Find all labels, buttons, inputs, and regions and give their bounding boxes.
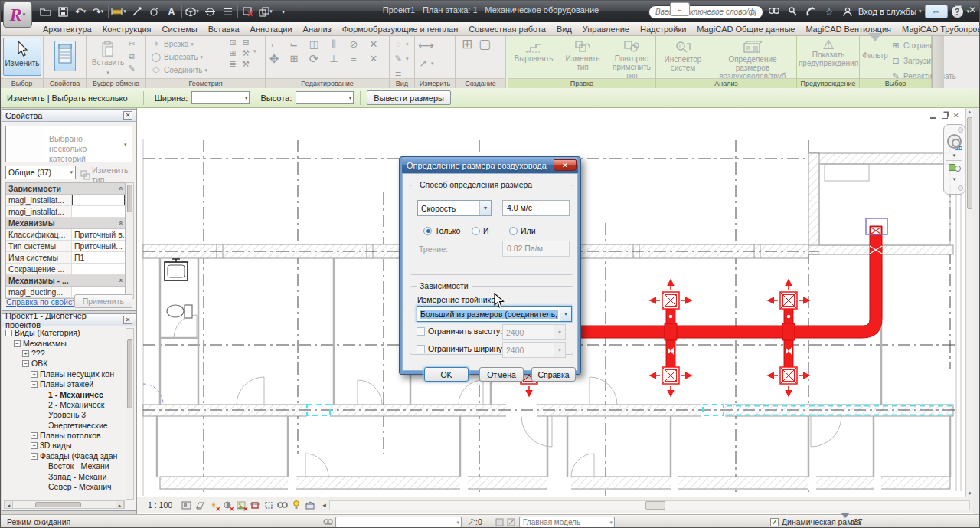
tree-item[interactable]: −ОВК: [4, 359, 125, 369]
favorites-icon[interactable]: ☆: [822, 4, 837, 19]
sign-in-menu[interactable]: Вход в службы▾: [858, 7, 922, 16]
create-similar-icon[interactable]: ▢: [479, 39, 489, 49]
tab-magicad-piping[interactable]: MagiCAD Трубопроводы: [897, 24, 980, 34]
temporary-hide-isolate-icon[interactable]: [276, 500, 289, 511]
section-row[interactable]: Зависимости«: [6, 183, 125, 195]
zoom-tool-icon[interactable]: [949, 162, 961, 175]
pin-icon[interactable]: ✕: [368, 39, 379, 49]
property-row[interactable]: Сокращение ...: [6, 264, 125, 275]
panel-label[interactable]: Буфер обмена: [87, 78, 145, 88]
tees-combo[interactable]: Больший из размеров (соединитель, рас▼: [416, 306, 572, 322]
view-linework-icon[interactable]: ✎▾: [393, 52, 409, 65]
show-crop-region-icon[interactable]: [263, 500, 275, 511]
crop-view-icon[interactable]: [249, 500, 261, 511]
air-terminal[interactable]: [768, 280, 809, 309]
mirror-axis-icon[interactable]: ⫼: [328, 39, 339, 49]
offset-icon[interactable]: ⌙: [289, 39, 299, 49]
tab-magicad-common[interactable]: MagiCAD Общие данные: [691, 24, 800, 34]
dialog-close-button[interactable]: ✕: [554, 159, 577, 171]
tab-manage[interactable]: Управление: [577, 24, 635, 34]
redo-icon[interactable]: ↷▾: [90, 4, 106, 19]
sink-fixture[interactable]: [165, 259, 188, 280]
section-row[interactable]: Механизмы - ...«: [6, 275, 125, 287]
copy-element-icon[interactable]: ⊞: [289, 54, 299, 64]
delete-icon[interactable]: ✕: [368, 54, 379, 64]
panel-label[interactable]: Измерить: [415, 78, 455, 88]
dialog-title-bar[interactable]: Определение размера воздуховода ✕: [402, 157, 578, 173]
view-lightbulb-icon[interactable]: ◌▾: [393, 38, 409, 51]
tab-massing-site[interactable]: Формообразующие и генплан: [337, 24, 464, 34]
tree-item[interactable]: +3D виды: [4, 441, 125, 451]
tree-item[interactable]: Уровень 3: [4, 410, 125, 420]
tree-item[interactable]: Запад - Механи: [4, 471, 125, 481]
type-selector[interactable]: Выбрано несколько категорий ▾: [5, 126, 132, 162]
properties-palette-header[interactable]: Свойства ✕: [2, 110, 136, 122]
align-icon[interactable]: ⌐: [269, 39, 279, 49]
show-warnings-button[interactable]: ⚠ Показать предупреждения: [800, 38, 857, 67]
scroll-left-icon[interactable]: ◂: [322, 501, 326, 509]
design-option-combo[interactable]: Главная модель▾: [519, 517, 615, 528]
browser-hscrollbar[interactable]: ◂ ▸: [4, 500, 125, 509]
supply-duct-main[interactable]: [566, 218, 887, 338]
tab-insert[interactable]: Вставка: [203, 24, 245, 34]
view-scale[interactable]: 1 : 100: [148, 500, 172, 510]
tab-systems[interactable]: Системы: [157, 24, 203, 34]
create-group-icon[interactable]: ⊞: [462, 39, 472, 49]
match-properties-icon[interactable]: ✎: [126, 64, 137, 74]
application-menu-button[interactable]: R▾: [3, 2, 32, 28]
panel-label[interactable]: Редактирование: [266, 78, 389, 88]
canvas-hscrollbar[interactable]: [329, 500, 970, 510]
method-combo[interactable]: Скорость▼: [417, 200, 492, 216]
panel-label[interactable]: Анализ: [656, 78, 796, 88]
tab-collaborate[interactable]: Совместная работа: [463, 24, 551, 34]
undo-icon[interactable]: ↶▾: [73, 4, 88, 19]
detail-level-icon[interactable]: [180, 500, 192, 511]
air-terminal[interactable]: [650, 280, 691, 309]
subscription-icon[interactable]: [803, 4, 818, 19]
save-icon[interactable]: [55, 4, 70, 19]
width-combo[interactable]: ▾: [191, 91, 250, 104]
panel-label[interactable]: Геометрия: [146, 78, 265, 88]
minimize-button[interactable]: [935, 5, 946, 15]
limit-width-checkbox[interactable]: Ограничить ширину:: [416, 344, 505, 353]
radio-and[interactable]: И: [472, 226, 489, 235]
tree-item[interactable]: −Фасады (Фасад здан: [4, 451, 125, 461]
split-icon[interactable]: ⊘: [348, 39, 359, 49]
tab-addins[interactable]: Надстройки: [635, 24, 691, 34]
sun-path-icon[interactable]: ☀: [207, 500, 220, 511]
join-geometry-button[interactable]: ⬭Соединить▾: [151, 64, 207, 77]
properties-button[interactable]: [54, 41, 76, 71]
checkbox-checked-icon[interactable]: ✓: [770, 518, 779, 526]
close-icon[interactable]: ✕: [123, 316, 132, 324]
move-icon[interactable]: ✥: [269, 54, 279, 64]
qat-customize-icon[interactable]: ▾: [276, 4, 291, 19]
canvas-vscrollbar[interactable]: ▲ ▼: [965, 108, 973, 497]
shadows-icon[interactable]: [221, 500, 234, 511]
model-line-icon[interactable]: [129, 4, 144, 19]
rotate-icon[interactable]: ⟳: [309, 54, 319, 64]
unjoin-icon[interactable]: [253, 38, 264, 48]
chevron-down-icon[interactable]: ▾: [124, 126, 132, 162]
tree-item[interactable]: Энергетические: [4, 421, 125, 431]
switch-windows-icon[interactable]: ▾: [258, 4, 273, 19]
properties-scrollbar[interactable]: [126, 182, 134, 299]
paste-button[interactable]: Вставить▾: [93, 38, 123, 77]
property-row[interactable]: Классификац...Приточный в...: [6, 229, 125, 241]
tab-architecture[interactable]: Архитектура: [38, 24, 97, 34]
close-hidden-windows-icon[interactable]: [240, 4, 256, 19]
steering-wheel-icon[interactable]: [947, 134, 962, 149]
air-terminal[interactable]: [768, 367, 809, 396]
edit-type-button[interactable]: Изменить тип: [80, 166, 136, 184]
selection-filter-icon[interactable]: [841, 518, 850, 527]
emit-sizes-button[interactable]: Вывести размеры: [367, 90, 451, 105]
velocity-input[interactable]: 4.0 м/с: [502, 200, 570, 216]
search-dropdown-chevron-icon[interactable]: ⌄: [670, 2, 690, 16]
text-icon[interactable]: A: [164, 4, 179, 19]
split-face-icon[interactable]: ⊞: [227, 48, 238, 58]
cut-geometry-button[interactable]: ◯Вырезать▾: [151, 51, 207, 64]
search-icon[interactable]: [766, 4, 782, 19]
worksets-icon[interactable]: [322, 517, 333, 527]
ok-button[interactable]: OK: [424, 367, 469, 382]
wheel-menu-chevron-icon[interactable]: ▾: [953, 152, 956, 159]
browser-vscrollbar[interactable]: [126, 328, 134, 500]
